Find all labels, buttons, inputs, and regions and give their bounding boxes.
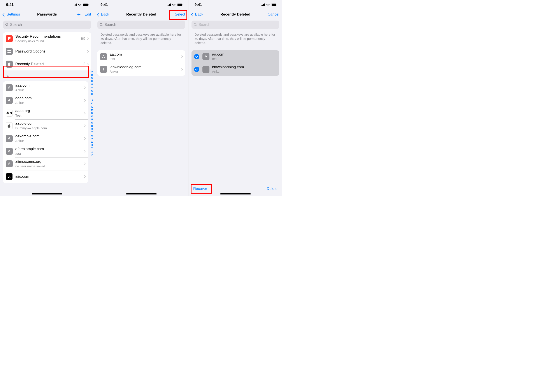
status-bar: 9:41 [0,0,94,10]
status-bar: 9:41 [188,0,282,10]
nav-bar: Back Recently Deleted Cancel [188,10,282,19]
site-logo-icon: ◭ [6,173,13,180]
password-row[interactable]: ◭ ajio.com [3,170,88,183]
index-letter[interactable]: X [91,143,93,147]
index-letter[interactable]: Q [91,121,93,125]
wifi-icon [78,3,82,6]
page-title: Recently Deleted [118,12,164,17]
index-letter[interactable]: O [91,115,93,118]
add-button[interactable]: + [77,11,80,17]
screen-recently-deleted-select: 9:41 Back Recently Deleted Cancel Search… [188,0,282,196]
password-row[interactable]: A aaa.comAnkur [3,81,88,94]
status-right [167,3,183,6]
index-letter[interactable]: L [91,105,93,109]
svg-rect-2 [75,4,76,6]
index-letter[interactable]: J [91,99,93,102]
site-letter-icon: I [202,66,209,73]
chevron-right-icon [86,37,89,40]
deleted-row[interactable]: I idownloadblog.comAnkur [97,63,185,76]
trash-icon [6,61,13,68]
index-letter[interactable]: U [91,134,93,137]
index-letter[interactable]: # [91,153,93,156]
index-letter[interactable]: R [91,125,93,128]
svg-rect-20 [183,4,183,6]
checkmark-icon[interactable] [194,67,199,72]
cell-title: Security Recommendations [15,34,78,39]
back-button[interactable]: Back [97,12,109,17]
status-time: 9:41 [100,3,108,7]
index-letter[interactable]: G [91,89,93,92]
checkmark-icon[interactable] [194,54,199,59]
index-letter[interactable]: M [91,109,93,112]
index-letter[interactable]: S [91,127,93,131]
password-row[interactable]: A aexample.comAnkur [3,132,88,145]
index-letter[interactable]: E [91,83,93,86]
password-list: A aaa.comAnkur A aaaa.comAnkur A·s aaaa.… [3,81,88,183]
back-button[interactable]: Settings [3,12,20,17]
index-letter[interactable]: A [91,70,93,73]
deleted-list-selecting: A aa.comtest I idownloadblog.comAnkur [192,50,279,76]
index-letter[interactable]: F [91,86,93,89]
password-row[interactable]: aapple.comDummy — apple.com [3,119,88,132]
svg-line-31 [196,25,197,26]
index-letter[interactable]: Y [91,147,93,150]
info-text: Deleted passwords and passkeys are avail… [188,29,282,47]
index-letter[interactable]: T [91,131,93,134]
alpha-index[interactable]: ABCDEFGHIJKLMNOPQRSTUVWXYZ# [91,70,93,156]
index-letter[interactable]: Z [91,150,93,153]
bottom-toolbar: Recover Delete [188,187,282,191]
home-indicator[interactable] [32,193,62,195]
section-header: A [0,70,94,81]
index-letter[interactable]: C [91,76,93,80]
chevron-right-icon [83,137,85,140]
search-input[interactable]: Search [97,21,185,29]
password-row[interactable]: A aaaa.comAnkur [3,94,88,107]
alert-icon [6,35,13,42]
search-icon [5,23,9,27]
index-letter[interactable]: H [91,92,93,96]
search-input[interactable]: Search [192,21,279,29]
index-letter[interactable]: B [91,73,93,77]
password-row[interactable]: A aiimsexams.orgno user name saved [3,157,88,170]
edit-button[interactable]: Edit [85,12,91,17]
index-letter[interactable]: K [91,102,93,105]
wifi-icon [266,3,270,6]
cell-count: 59 [81,36,85,41]
password-row[interactable]: A·s aaaa.orgTest [3,107,88,119]
svg-rect-16 [169,4,170,6]
delete-button[interactable]: Delete [267,187,278,191]
recently-deleted-row[interactable]: Recently Deleted 2 [3,58,91,70]
index-letter[interactable]: P [91,118,93,121]
search-icon [194,23,197,27]
status-time: 9:41 [6,3,14,7]
home-indicator[interactable] [220,193,251,195]
recover-button[interactable]: Recover [193,187,207,191]
password-row[interactable]: A aforexample.comaaa [3,145,88,157]
cancel-button[interactable]: Cancel [268,12,279,17]
index-letter[interactable]: W [91,140,93,144]
svg-rect-15 [168,5,169,6]
site-letter-icon: A [202,53,209,60]
chevron-right-icon [83,86,85,89]
password-options-row[interactable]: Password Options [3,45,91,58]
search-input[interactable]: Search [3,21,91,29]
deleted-row[interactable]: A aa.comtest [97,50,185,63]
deleted-row-selected[interactable]: I idownloadblog.comAnkur [192,63,279,76]
index-letter[interactable]: I [91,96,93,99]
svg-rect-5 [83,4,88,6]
chevron-right-icon [83,112,85,114]
svg-line-8 [7,25,8,26]
site-letter-icon: A [6,135,13,142]
index-letter[interactable]: N [91,112,93,115]
home-indicator[interactable] [126,193,157,195]
select-button[interactable]: Select [175,12,185,17]
index-letter[interactable]: D [91,80,93,83]
security-recommendations-row[interactable]: Security Recommendations Security risks … [3,32,91,45]
page-title: Passwords [24,12,70,17]
back-button[interactable]: Back [192,12,203,17]
deleted-row-selected[interactable]: A aa.comtest [192,50,279,63]
status-right [73,3,89,6]
svg-rect-28 [272,4,276,6]
index-letter[interactable]: V [91,137,93,140]
site-letter-icon: A [6,84,13,91]
